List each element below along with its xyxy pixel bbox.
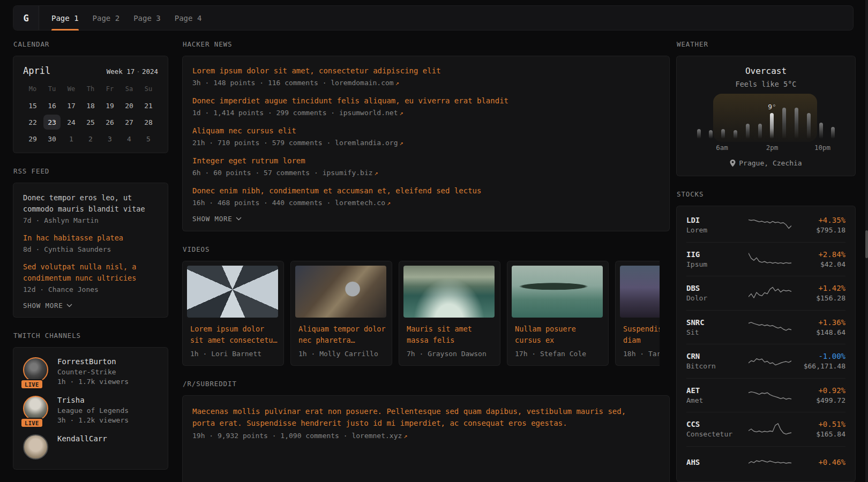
news-meta-text: 6h · 60 points · 57 comments · ipsumify.…: [192, 169, 373, 177]
video-thumbnail[interactable]: [403, 266, 495, 318]
weekday-label: Th: [81, 81, 100, 96]
stock-change: +1.36%: [794, 318, 845, 327]
twitch-channel-row[interactable]: KendallCarr: [23, 434, 158, 460]
video-card[interactable]: Suspendisse ornare diam 18h · Tara Walsh: [615, 261, 660, 366]
video-thumbnail[interactable]: [295, 266, 386, 318]
stock-ticker: DBS: [686, 284, 745, 292]
twitch-channel-row[interactable]: LIVE Trisha League of Legends 3h · 1.2k …: [23, 396, 158, 424]
stock-row[interactable]: CCS Consectetur +0.51% $165.84: [686, 412, 845, 446]
news-item-title[interactable]: Donec imperdiet augue tincidunt felis al…: [192, 95, 660, 107]
weather-bars: 9°: [697, 104, 835, 139]
channel-name[interactable]: KendallCarr: [57, 434, 107, 443]
video-title[interactable]: Aliquam tempor dolor nec pharetra…: [298, 323, 387, 346]
stock-ticker: CCS: [686, 420, 745, 428]
videos-widget: VIDEOS Lorem ipsum dolor sit amet consec…: [182, 245, 670, 366]
twitch-channel-row[interactable]: LIVE ForrestBurton Counter-Strike 1h · 1…: [23, 357, 158, 386]
tab-page-2[interactable]: Page 2: [86, 6, 127, 30]
stock-price: $165.84: [794, 430, 845, 438]
video-title[interactable]: Suspendisse ornare diam: [623, 323, 660, 346]
hn-show-more-button[interactable]: SHOW MORE: [192, 215, 660, 223]
avatar: [23, 434, 48, 460]
weather-location: Prague, Czechia: [687, 159, 844, 167]
live-badge: LIVE: [20, 418, 43, 428]
stock-ticker: CRN: [686, 352, 745, 360]
video-card[interactable]: Aliquam tempor dolor nec pharetra… 1h · …: [290, 261, 392, 366]
rss-item-title[interactable]: Sed volutpat nulla nisl, a condimentum n…: [23, 261, 158, 284]
stock-row[interactable]: CRN Bitcorn -1.00% $66,171.48: [686, 344, 845, 378]
calendar-day: 24: [63, 115, 80, 130]
external-link-icon: ↗: [375, 169, 378, 177]
video-title[interactable]: Nullam posuere cursus ex: [515, 323, 604, 346]
reddit-post-title[interactable]: Maecenas mollis pulvinar erat non posuer…: [192, 405, 632, 430]
tab-page-3[interactable]: Page 3: [126, 6, 168, 30]
video-card[interactable]: Nullam posuere cursus ex 17h · Stefan Co…: [507, 261, 609, 366]
rss-item: Donec tempor eros leo, ut commodo mauris…: [23, 192, 158, 224]
stock-row[interactable]: IIG Ipsum +2.84% $42.04: [686, 242, 845, 276]
news-item-title[interactable]: Integer eget rutrum lorem: [192, 155, 660, 167]
stock-ticker: AET: [686, 386, 745, 395]
news-item-title[interactable]: Donec enim nibh, condimentum et accumsan…: [192, 185, 660, 197]
videos-row: Lorem ipsum dolor sit amet consectetu… 1…: [182, 261, 660, 366]
stock-row[interactable]: LDI Lorem +4.35% $795.18: [686, 208, 845, 242]
stock-price: $156.28: [794, 294, 845, 302]
stock-name: Amet: [686, 396, 745, 404]
external-link-icon: ↗: [403, 432, 407, 440]
news-meta-text: 21h · 710 points · 579 comments · loreml…: [192, 139, 398, 147]
external-link-icon: ↗: [387, 199, 391, 207]
reddit-post-meta: 19h · 9,932 points · 1,090 comments · lo…: [192, 432, 660, 440]
weekday-label: We: [62, 81, 81, 96]
stock-row[interactable]: SNRC Sit +1.36% $148.64: [686, 310, 845, 344]
right-column: WEATHER Overcast Feels like 5°C 9°: [676, 40, 856, 482]
hacker-news-widget: HACKER NEWS Lorem ipsum dolor sit amet, …: [182, 40, 670, 231]
video-title[interactable]: Lorem ipsum dolor sit amet consectetu…: [190, 323, 279, 346]
stock-row[interactable]: AET Amet +0.92% $499.72: [686, 378, 845, 412]
weekday-label: Mo: [23, 81, 42, 96]
tab-page-4[interactable]: Page 4: [168, 6, 209, 30]
stock-row[interactable]: DBS Dolor +1.42% $156.28: [686, 276, 845, 310]
middle-column: HACKER NEWS Lorem ipsum dolor sit amet, …: [182, 40, 670, 482]
rss-widget: RSS FEED Donec tempor eros leo, ut commo…: [13, 167, 168, 318]
page-scrollbar-thumb[interactable]: [865, 230, 868, 258]
stock-sparkline: [745, 251, 794, 268]
calendar-day-next-month: 1: [63, 131, 80, 146]
live-badge: LIVE: [20, 379, 43, 389]
stock-change: +0.46%: [794, 458, 845, 466]
news-item-title[interactable]: Aliquam nec cursus elit: [192, 125, 660, 137]
subreddit-card: Maecenas mollis pulvinar erat non posuer…: [182, 395, 670, 482]
rss-show-more-button[interactable]: SHOW MORE: [23, 302, 158, 310]
subreddit-widget: /R/SUBREDDIT Maecenas mollis pulvinar er…: [182, 380, 670, 482]
news-item-title[interactable]: Lorem ipsum dolor sit amet, consectetur …: [192, 65, 660, 77]
channel-meta: 3h · 1.2k viewers: [57, 416, 129, 424]
top-nav-bar: G Page 1 Page 2 Page 3 Page 4: [13, 5, 854, 31]
stock-price: $66,171.48: [794, 362, 845, 370]
rss-item-title[interactable]: In hac habitasse platea: [23, 232, 158, 244]
channel-name[interactable]: Trisha: [57, 396, 129, 404]
weather-header: WEATHER: [677, 40, 856, 48]
calendar-day: 25: [82, 115, 99, 130]
chevron-down-icon: [66, 304, 72, 307]
stock-sparkline: [745, 387, 794, 404]
rss-item-title[interactable]: Donec tempor eros leo, ut commodo mauris…: [23, 192, 158, 215]
hour-bar: [807, 113, 811, 139]
video-title[interactable]: Mauris sit amet massa felis: [407, 323, 496, 346]
stocks-card: LDI Lorem +4.35% $795.18 IIG Ipsum +2.84…: [676, 206, 856, 482]
calendar-day: 30: [43, 131, 61, 146]
video-thumbnail[interactable]: [187, 266, 278, 318]
time-label: 10pm: [814, 144, 830, 152]
news-item-meta: 6h · 60 points · 57 comments · ipsumify.…: [192, 169, 660, 177]
video-thumbnail[interactable]: [620, 266, 660, 318]
weather-hourly-graph: 9° 6am 2pm 10pm: [697, 104, 835, 153]
hour-bar: [831, 127, 835, 139]
reddit-meta-text: 19h · 9,932 points · 1,090 comments · lo…: [192, 432, 402, 440]
channel-name[interactable]: ForrestBurton: [57, 357, 129, 366]
tab-page-1[interactable]: Page 1: [44, 6, 86, 30]
hour-bar: [709, 130, 713, 139]
video-card[interactable]: Mauris sit amet massa felis 7h · Grayson…: [399, 261, 500, 366]
stock-row[interactable]: AHS +0.46%: [686, 446, 845, 480]
video-thumbnail[interactable]: [512, 266, 603, 318]
calendar-week: Week 17: [107, 67, 135, 76]
twitch-header: TWITCH CHANNELS: [13, 332, 168, 340]
stock-ticker: SNRC: [686, 318, 745, 327]
stock-change: +1.42%: [794, 284, 845, 292]
video-card[interactable]: Lorem ipsum dolor sit amet consectetu… 1…: [182, 261, 284, 366]
